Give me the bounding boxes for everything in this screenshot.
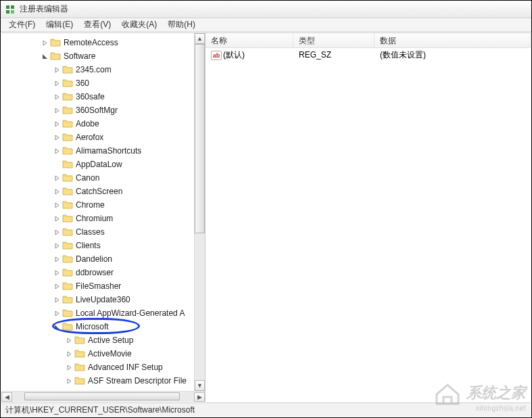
scroll-track[interactable]	[195, 44, 205, 380]
tree-item[interactable]: 2345.com	[1, 63, 205, 76]
list-body[interactable]: ab(默认) REG_SZ (数值未设置)	[205, 48, 531, 62]
column-header-name[interactable]: 名称	[205, 33, 293, 47]
tree-item-label: ddbrowser	[76, 268, 114, 277]
folder-icon	[74, 375, 85, 386]
tree-item[interactable]: Microsoft	[1, 320, 205, 333]
expand-icon[interactable]	[65, 377, 73, 385]
scroll-thumb[interactable]	[24, 392, 180, 400]
expand-icon[interactable]	[53, 187, 61, 195]
folder-icon	[50, 51, 61, 62]
expand-icon[interactable]	[41, 39, 49, 47]
folder-icon	[62, 132, 73, 143]
window-title: 注册表编辑器	[20, 3, 68, 15]
value-type-cell: REG_SZ	[293, 50, 374, 60]
tree-item-label: RemoteAccess	[64, 38, 118, 47]
regedit-icon	[5, 4, 16, 15]
tree-item[interactable]: Advanced INF Setup	[1, 361, 205, 374]
collapse-icon[interactable]	[41, 52, 49, 60]
expand-icon[interactable]	[53, 106, 61, 114]
tree-item-label: Active Setup	[88, 335, 133, 345]
folder-icon	[62, 200, 73, 210]
folder-icon	[62, 78, 73, 89]
folder-icon	[62, 159, 73, 170]
expand-icon[interactable]	[53, 296, 61, 304]
expand-icon[interactable]	[53, 79, 61, 87]
tree-item[interactable]: Local AppWizard-Generated A	[1, 306, 205, 320]
tree-item[interactable]: Adobe	[1, 117, 205, 131]
tree-item[interactable]: ddbrowser	[1, 266, 205, 279]
tree-item[interactable]: AlimamaShortcuts	[1, 144, 205, 158]
tree-item[interactable]: 360	[1, 76, 205, 90]
svg-rect-3	[11, 10, 14, 14]
expand-icon[interactable]	[65, 350, 73, 358]
scroll-up-arrow-icon[interactable]: ▲	[195, 33, 205, 44]
menu-edit[interactable]: 编辑(E)	[41, 18, 78, 32]
status-path: 计算机\HKEY_CURRENT_USER\Software\Microsoft	[5, 404, 195, 416]
scroll-right-arrow-icon[interactable]: ▶	[194, 392, 205, 402]
expand-icon[interactable]	[65, 363, 73, 371]
scroll-left-arrow-icon[interactable]: ◀	[1, 392, 12, 402]
tree-item-label: Classes	[76, 227, 105, 237]
folder-icon	[62, 91, 73, 102]
collapse-icon[interactable]	[53, 323, 61, 331]
folder-icon	[62, 240, 73, 251]
tree-item-label: CatchScreen	[76, 187, 122, 196]
expand-icon[interactable]	[53, 228, 61, 236]
expand-icon[interactable]	[53, 269, 61, 277]
tree-item[interactable]: 360safe	[1, 90, 205, 103]
expand-icon[interactable]	[53, 120, 61, 128]
expand-icon[interactable]	[53, 214, 61, 223]
tree-item[interactable]: LiveUpdate360	[1, 293, 205, 306]
tree-item[interactable]: AppDataLow	[1, 158, 205, 171]
tree-item[interactable]: Dandelion	[1, 252, 205, 266]
menu-file[interactable]: 文件(F)	[3, 18, 41, 32]
tree-item[interactable]: Software	[1, 49, 205, 63]
tree-item-label: Chromium	[76, 214, 113, 223]
expand-icon[interactable]	[53, 282, 61, 290]
folder-icon	[62, 213, 73, 224]
tree-item-label: Clients	[76, 241, 101, 250]
tree-item[interactable]: RemoteAccess	[1, 36, 205, 49]
tree-item[interactable]: 360SoftMgr	[1, 103, 205, 117]
tree-item[interactable]: Aerofox	[1, 131, 205, 144]
scroll-track[interactable]	[12, 392, 194, 402]
list-row[interactable]: ab(默认) REG_SZ (数值未设置)	[205, 48, 531, 62]
tree-item-label: 360	[76, 78, 89, 88]
menu-view[interactable]: 查看(V)	[78, 18, 116, 32]
tree-item[interactable]: ASF Stream Descriptor File	[1, 374, 205, 388]
expand-icon[interactable]	[53, 241, 61, 250]
scroll-thumb[interactable]	[195, 44, 205, 233]
menu-help[interactable]: 帮助(H)	[162, 18, 201, 32]
tree-view[interactable]: RemoteAccessSoftware2345.com360360safe36…	[1, 33, 205, 391]
tree-item[interactable]: Clients	[1, 239, 205, 252]
tree-vertical-scrollbar[interactable]: ▲ ▼	[194, 33, 205, 391]
tree-item[interactable]: CatchScreen	[1, 185, 205, 198]
expand-icon[interactable]	[53, 174, 61, 182]
column-header-type[interactable]: 类型	[293, 33, 374, 47]
tree-item[interactable]: ActiveMovie	[1, 347, 205, 361]
menu-favorites[interactable]: 收藏夹(A)	[116, 18, 162, 32]
tree-item[interactable]: Active Setup	[1, 333, 205, 347]
expand-icon[interactable]	[53, 133, 61, 141]
expand-icon[interactable]	[53, 255, 61, 263]
folder-icon	[74, 335, 85, 346]
column-header-data[interactable]: 数据	[374, 33, 531, 47]
tree-item[interactable]: Chrome	[1, 198, 205, 212]
tree-item-label: Chrome	[76, 200, 105, 210]
tree-item[interactable]: Chromium	[1, 212, 205, 225]
tree-item[interactable]: FileSmasher	[1, 279, 205, 293]
tree-item[interactable]: Canon	[1, 171, 205, 185]
tree-horizontal-scrollbar[interactable]: ◀ ▶	[1, 391, 205, 402]
expand-icon[interactable]	[53, 147, 61, 155]
expand-icon[interactable]	[53, 66, 61, 74]
expand-icon[interactable]	[53, 201, 61, 209]
svg-rect-2	[6, 10, 9, 14]
folder-icon	[62, 267, 73, 278]
folder-icon	[74, 348, 85, 359]
tree-item[interactable]: Classes	[1, 225, 205, 239]
tree-item-label: AppDataLow	[76, 160, 122, 169]
expand-icon[interactable]	[53, 93, 61, 101]
scroll-down-arrow-icon[interactable]: ▼	[195, 380, 205, 391]
expand-icon[interactable]	[65, 336, 73, 344]
expand-icon[interactable]	[53, 309, 61, 317]
